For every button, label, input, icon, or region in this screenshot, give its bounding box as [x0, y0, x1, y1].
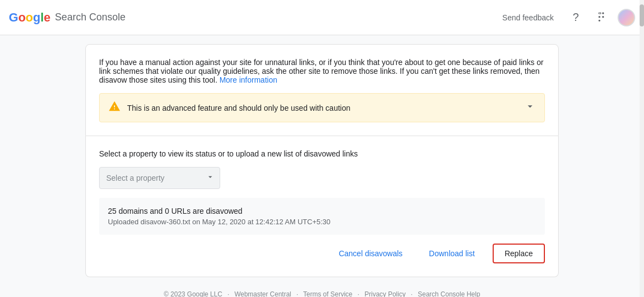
chevron-down-icon[interactable] — [525, 101, 536, 115]
scrollbar-thumb[interactable] — [640, 4, 644, 26]
header-logo: G o o g l e Search Console — [9, 10, 125, 25]
send-feedback-button[interactable]: Send feedback — [496, 9, 560, 26]
disavow-info-title: 25 domains and 0 URLs are disavowed — [108, 207, 536, 215]
footer: © 2023 Google LLC · Webmaster Central · … — [85, 277, 559, 297]
cancel-disavowals-button[interactable]: Cancel disavowals — [330, 245, 411, 262]
download-list-button[interactable]: Download list — [420, 245, 483, 262]
footer-link-webmaster[interactable]: Webmaster Central — [234, 290, 291, 297]
select-label: Select a property to view its status or … — [99, 149, 545, 158]
more-info-link[interactable]: More information — [220, 75, 277, 84]
warning-text: This is an advanced feature and should o… — [127, 104, 351, 112]
disavow-card: Select a property to view its status or … — [85, 136, 559, 277]
page-wrapper: G o o g l e Search Console Send feedback… — [0, 0, 644, 297]
header: G o o g l e Search Console Send feedback… — [0, 0, 644, 35]
disavow-info-box: 25 domains and 0 URLs are disavowed Uplo… — [99, 198, 545, 235]
footer-link-privacy[interactable]: Privacy Policy — [364, 290, 406, 297]
scrollbar-track[interactable] — [640, 0, 644, 297]
copyright-text: © 2023 Google LLC — [164, 290, 222, 297]
footer-link-help[interactable]: Search Console Help — [418, 290, 480, 297]
apps-grid-icon — [597, 10, 608, 24]
google-logo: G o o g l e — [9, 10, 51, 25]
property-select[interactable]: Select a property — [99, 167, 220, 189]
main-content: If you have a manual action against your… — [0, 35, 644, 297]
warning-triangle-icon — [108, 100, 121, 115]
description-text: If you have a manual action against your… — [99, 58, 545, 84]
warning-box: This is an advanced feature and should o… — [99, 93, 545, 122]
content-column: If you have a manual action against your… — [85, 35, 559, 297]
actions-row: Cancel disavowals Download list Replace — [99, 244, 545, 263]
property-select-wrapper: Select a property — [99, 167, 220, 189]
disavow-info-subtitle: Uploaded disavow-360.txt on May 12, 2020… — [108, 218, 536, 226]
help-button[interactable]: ? — [565, 7, 587, 29]
product-name: Search Console — [55, 12, 125, 23]
apps-button[interactable] — [591, 7, 613, 29]
header-actions: Send feedback ? — [496, 7, 635, 29]
description-card: If you have a manual action against your… — [85, 44, 559, 136]
help-circle-icon: ? — [572, 11, 578, 24]
avatar[interactable] — [618, 9, 635, 26]
replace-button[interactable]: Replace — [493, 244, 545, 263]
footer-link-terms[interactable]: Terms of Service — [303, 290, 352, 297]
